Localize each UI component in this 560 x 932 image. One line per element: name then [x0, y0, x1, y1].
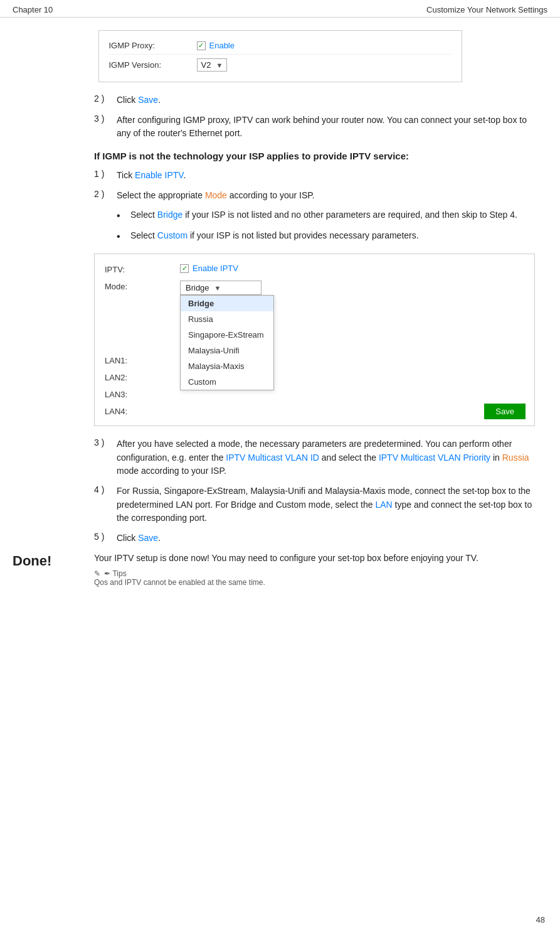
iptv-step-4-text: For Russia, Singapore-ExStream, Malaysia… — [117, 485, 535, 525]
igmp-version-label: IGMP Version: — [109, 60, 197, 70]
iptv-step-2-text: Select the appropriate Mode according to… — [117, 189, 315, 203]
iptv-mode-label: Mode: — [105, 281, 180, 291]
iptv-enable-val: ✓ Enable IPTV — [180, 264, 238, 273]
page-header: Chapter 10 Customize Your Network Settin… — [0, 0, 560, 18]
iptv-step-4-num: 4 ) — [94, 485, 117, 495]
iptv-step-1-num: 1 ) — [94, 169, 117, 179]
dropdown-item-malaysia-maxis[interactable]: Malaysia-Maxis — [181, 358, 273, 374]
iptv-lan2-label: LAN2: — [105, 372, 180, 382]
igmp-version-select[interactable]: V2 ▼ — [197, 58, 228, 72]
mode-link: Mode — [205, 190, 227, 200]
iptv-mode-dropdown: Bridge Russia Singapore-ExStream Malaysi… — [180, 295, 274, 390]
step-2-num: 2 ) — [94, 94, 117, 104]
igmp-proxy-label: IGMP Proxy: — [109, 41, 197, 50]
iptv-lan4-label: LAN4: — [105, 405, 180, 416]
iptv-enable-text: Enable IPTV — [193, 264, 238, 273]
enable-checkbox-icon[interactable]: ✓ — [197, 41, 206, 50]
section-label: Customize Your Network Settings — [426, 5, 547, 14]
bullet-custom: • Select Custom if your ISP is not liste… — [117, 229, 535, 245]
bullet-dot-1: • — [117, 208, 130, 224]
iptv-settings-box: IPTV: ✓ Enable IPTV Mode: Bridge ▼ Bridg… — [94, 254, 535, 426]
dropdown-item-bridge[interactable]: Bridge — [181, 296, 273, 311]
step-3-num: 3 ) — [94, 114, 117, 124]
multicast-vlan-id-link: IPTV Multicast VLAN ID — [226, 453, 319, 463]
multicast-vlan-priority-link: IPTV Multicast VLAN Priority — [379, 453, 490, 463]
iptv-step-5: 5 ) Click Save. — [94, 532, 535, 545]
iptv-mode-select-btn[interactable]: Bridge ▼ — [180, 281, 262, 295]
iptv-step-1-text: Tick Enable IPTV. — [117, 169, 186, 183]
iptv-lan1-label: LAN1: — [105, 355, 180, 365]
dropdown-item-custom[interactable]: Custom — [181, 374, 273, 390]
igmp-proxy-enable-text: Enable — [209, 41, 235, 50]
igmp-version-arrow-icon: ▼ — [216, 62, 223, 69]
russia-link-1: Russia — [502, 453, 529, 463]
iptv-save-button[interactable]: Save — [484, 404, 526, 419]
iptv-step-3-num: 3 ) — [94, 437, 117, 447]
step-2-text: Click Save. — [117, 94, 161, 107]
tips-section: ✎ ✒ Tips Qos and IPTV cannot be enabled … — [94, 569, 547, 587]
lan-rows-container: LAN1: LAN2: LAN3: LAN4: — [95, 351, 534, 419]
bullet-bridge-text: Select Bridge if your ISP is not listed … — [130, 208, 517, 222]
bridge-link: Bridge — [157, 210, 182, 220]
iptv-lan3-row: LAN3: — [95, 385, 534, 402]
iptv-section-heading: If IGMP is not the technology your ISP a… — [94, 149, 535, 163]
igmp-settings-box: IGMP Proxy: ✓ Enable IGMP Version: V2 ▼ — [98, 30, 462, 82]
dropdown-item-malaysia-unifi[interactable]: Malaysia-Unifi — [181, 343, 273, 358]
custom-link: Custom — [157, 230, 188, 240]
igmp-version-value: V2 ▼ — [197, 58, 228, 72]
chapter-label: Chapter 10 — [13, 5, 53, 14]
tips-icon: ✎ — [94, 569, 100, 578]
igmp-version-row: IGMP Version: V2 ▼ — [109, 55, 452, 75]
igmp-version-selected: V2 — [201, 60, 211, 70]
iptv-lan1-row: LAN1: — [95, 351, 534, 368]
iptv-mode-select-wrap: Bridge ▼ Bridge Russia Singapore-ExStrea… — [180, 281, 262, 295]
iptv-step-3: 3 ) After you have selected a mode, the … — [94, 437, 535, 478]
iptv-enable-row: IPTV: ✓ Enable IPTV — [95, 260, 534, 277]
page-number: 48 — [536, 915, 545, 924]
iptv-step-1: 1 ) Tick Enable IPTV. — [94, 169, 535, 183]
iptv-mode-row: Mode: Bridge ▼ Bridge Russia Singapore-E… — [95, 277, 534, 295]
bullets-container: • Select Bridge if your ISP is not liste… — [117, 208, 535, 245]
save-link-1[interactable]: Save — [138, 95, 158, 105]
iptv-lan2-row: LAN2: — [95, 368, 534, 385]
igmp-proxy-value: ✓ Enable — [197, 41, 235, 50]
bullet-dot-2: • — [117, 229, 130, 245]
iptv-checkbox-icon[interactable]: ✓ — [180, 264, 189, 273]
iptv-step-2: 2 ) Select the appropriate Mode accordin… — [94, 189, 535, 203]
step-3-text: After configuring IGMP proxy, IPTV can w… — [117, 114, 535, 141]
enable-iptv-link[interactable]: Enable IPTV — [135, 170, 183, 180]
done-main-text: Your IPTV setup is done now! You may nee… — [94, 553, 478, 563]
iptv-step-4: 4 ) For Russia, Singapore-ExStream, Mala… — [94, 485, 535, 525]
iptv-step-5-num: 5 ) — [94, 532, 117, 542]
main-content: 2 ) Click Save. 3 ) After configuring IG… — [94, 94, 535, 545]
bullet-bridge: • Select Bridge if your ISP is not liste… — [117, 208, 535, 224]
iptv-step-3-text: After you have selected a mode, the nece… — [117, 437, 535, 478]
iptv-mode-arrow-icon: ▼ — [214, 284, 221, 292]
iptv-mode-selected: Bridge — [186, 283, 209, 292]
dropdown-item-russia[interactable]: Russia — [181, 311, 273, 327]
done-text: Your IPTV setup is done now! You may nee… — [94, 552, 547, 565]
done-label: Done! — [13, 553, 82, 569]
tips-text: Qos and IPTV cannot be enabled at the sa… — [94, 578, 265, 587]
dropdown-item-singapore[interactable]: Singapore-ExStream — [181, 327, 273, 343]
iptv-lan3-label: LAN3: — [105, 388, 180, 399]
iptv-step-5-text: Click Save. — [117, 532, 161, 545]
done-section: Done! Your IPTV setup is done now! You m… — [13, 552, 547, 587]
iptv-lan4-row: LAN4: — [95, 402, 534, 419]
step-3-before: 3 ) After configuring IGMP proxy, IPTV c… — [94, 114, 535, 141]
step-2-before: 2 ) Click Save. — [94, 94, 535, 107]
igmp-proxy-row: IGMP Proxy: ✓ Enable — [109, 37, 452, 55]
save-link-2[interactable]: Save — [138, 533, 158, 543]
iptv-label: IPTV: — [105, 264, 180, 274]
bullet-custom-text: Select Custom if your ISP is not listed … — [130, 229, 419, 243]
iptv-step-2-num: 2 ) — [94, 189, 117, 199]
lan-link: LAN — [375, 500, 392, 510]
tips-label: ✒ Tips — [104, 569, 126, 578]
